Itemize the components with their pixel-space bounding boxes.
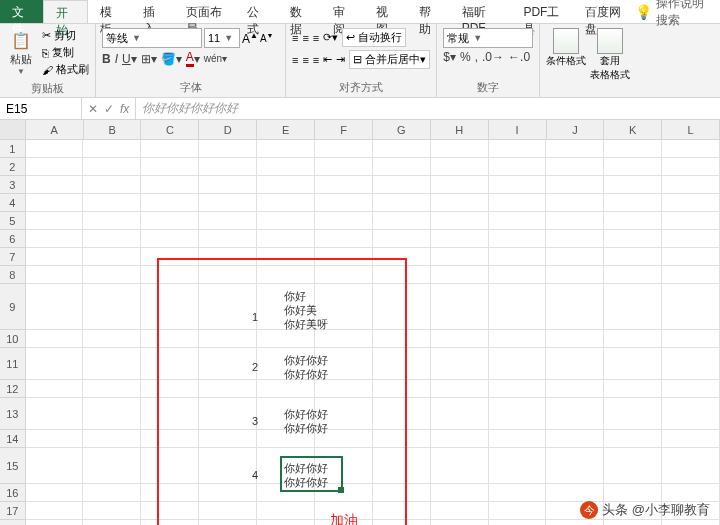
cell[interactable] — [141, 266, 199, 284]
cell[interactable] — [489, 348, 547, 380]
wrap-text-button[interactable]: ↩ 自动换行 — [342, 28, 406, 47]
cell[interactable] — [373, 284, 431, 330]
cell[interactable] — [315, 194, 373, 212]
cell[interactable] — [199, 380, 257, 398]
cell[interactable] — [604, 520, 662, 525]
formula-bar[interactable]: 你好你好你好你好 — [136, 98, 720, 119]
cell[interactable] — [546, 194, 604, 212]
align-right-icon[interactable]: ≡ — [313, 54, 319, 66]
col-header[interactable]: H — [431, 120, 489, 139]
number-format-select[interactable]: 常规▼ — [443, 28, 533, 48]
cell[interactable] — [83, 502, 141, 520]
copy-button[interactable]: ⎘复制 — [42, 45, 89, 60]
cell[interactable] — [604, 430, 662, 448]
align-bottom-icon[interactable]: ≡ — [313, 32, 319, 44]
cell[interactable] — [431, 448, 489, 484]
cell[interactable] — [199, 176, 257, 194]
row-header[interactable]: 16 — [0, 484, 26, 502]
col-header[interactable]: I — [489, 120, 547, 139]
cell[interactable] — [546, 484, 604, 502]
cell[interactable] — [257, 380, 315, 398]
cell[interactable] — [604, 266, 662, 284]
cell[interactable] — [315, 330, 373, 348]
cell[interactable] — [257, 158, 315, 176]
underline-button[interactable]: U▾ — [122, 52, 137, 66]
font-color-button[interactable]: A▾ — [186, 50, 200, 67]
cell[interactable] — [141, 176, 199, 194]
cell[interactable] — [83, 448, 141, 484]
dec-decimal-icon[interactable]: ←.0 — [508, 50, 530, 64]
col-header[interactable]: A — [26, 120, 84, 139]
name-box[interactable]: E15 — [0, 98, 82, 119]
align-left-icon[interactable]: ≡ — [292, 54, 298, 66]
row-header[interactable]: 9 — [0, 284, 26, 330]
cell[interactable] — [373, 484, 431, 502]
cell[interactable] — [315, 212, 373, 230]
col-header[interactable]: E — [257, 120, 315, 139]
cell[interactable] — [141, 430, 199, 448]
cell[interactable] — [141, 284, 199, 330]
cell-E15[interactable]: 你好你好 你好你好 — [284, 461, 328, 489]
col-header[interactable]: F — [315, 120, 373, 139]
cell[interactable] — [431, 158, 489, 176]
cell[interactable] — [431, 230, 489, 248]
decrease-font-icon[interactable]: A▼ — [260, 32, 274, 44]
merge-center-button[interactable]: ⊟ 合并后居中▾ — [349, 50, 430, 69]
cell[interactable] — [489, 330, 547, 348]
cell[interactable] — [141, 380, 199, 398]
cell[interactable] — [431, 348, 489, 380]
row-header[interactable]: 4 — [0, 194, 26, 212]
cell[interactable] — [83, 484, 141, 502]
cell[interactable] — [373, 212, 431, 230]
cell[interactable] — [141, 158, 199, 176]
cell[interactable] — [662, 266, 720, 284]
row-header[interactable]: 10 — [0, 330, 26, 348]
cell[interactable] — [83, 330, 141, 348]
cell[interactable] — [373, 248, 431, 266]
border-button[interactable]: ⊞▾ — [141, 52, 157, 66]
cell[interactable] — [489, 158, 547, 176]
cell[interactable] — [546, 398, 604, 430]
cell[interactable] — [489, 176, 547, 194]
cell[interactable] — [26, 348, 84, 380]
row-header[interactable]: 17 — [0, 502, 26, 520]
row-header[interactable]: 12 — [0, 380, 26, 398]
row-header[interactable]: 2 — [0, 158, 26, 176]
cell[interactable] — [257, 176, 315, 194]
cell[interactable] — [546, 330, 604, 348]
cell[interactable] — [26, 194, 84, 212]
cell[interactable] — [199, 230, 257, 248]
cell[interactable] — [489, 448, 547, 484]
cancel-icon[interactable]: ✕ — [88, 102, 98, 116]
cell[interactable] — [26, 398, 84, 430]
cell[interactable] — [662, 448, 720, 484]
cell[interactable] — [489, 212, 547, 230]
cell[interactable] — [431, 330, 489, 348]
cell[interactable] — [604, 330, 662, 348]
cell[interactable] — [26, 520, 84, 525]
cell[interactable] — [373, 448, 431, 484]
cell[interactable] — [431, 502, 489, 520]
tab-review[interactable]: 审阅 — [321, 0, 364, 23]
cell[interactable] — [83, 230, 141, 248]
cell[interactable] — [604, 348, 662, 380]
cell[interactable] — [489, 248, 547, 266]
row-header[interactable]: 15 — [0, 448, 26, 484]
font-name-select[interactable]: 等线▼ — [102, 28, 202, 48]
cell[interactable] — [662, 230, 720, 248]
cell[interactable] — [199, 266, 257, 284]
cell[interactable] — [199, 502, 257, 520]
italic-button[interactable]: I — [115, 52, 118, 66]
cell[interactable] — [26, 176, 84, 194]
cell-E13[interactable]: 你好你好 你好你好 — [284, 407, 328, 435]
cell[interactable] — [141, 194, 199, 212]
cell[interactable] — [83, 266, 141, 284]
cell[interactable] — [489, 430, 547, 448]
cell[interactable] — [431, 266, 489, 284]
cell-D11[interactable]: 2 — [252, 360, 258, 374]
cell[interactable] — [315, 176, 373, 194]
cell[interactable] — [141, 330, 199, 348]
row-header[interactable]: 14 — [0, 430, 26, 448]
cell[interactable] — [431, 284, 489, 330]
cell[interactable] — [141, 502, 199, 520]
